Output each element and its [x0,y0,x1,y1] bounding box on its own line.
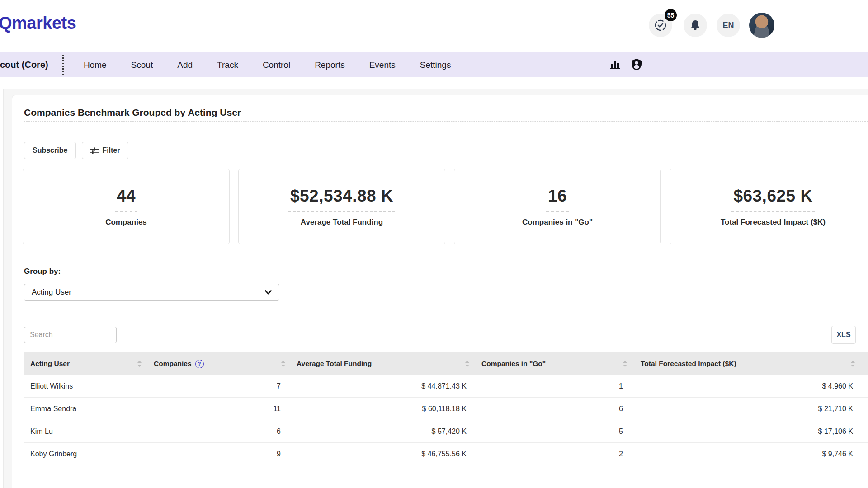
column-label: Total Forecasted Impact ($K) [641,360,736,368]
group-by-label: Group by: [24,267,868,276]
table-search-input[interactable] [24,327,117,343]
cell-acting-user: Emma Sendra [24,405,145,413]
help-icon[interactable]: ? [195,360,204,368]
admin-button[interactable] [631,58,642,71]
cell-total-forecasted-impact: $ 4,960 K [628,382,868,390]
column-header-acting-user: Acting User [24,360,145,368]
kpi-card-total-forecasted-impact: $63,625 K Total Forecasted Impact ($K) [670,169,868,244]
filter-label: Filter [102,146,120,155]
kpi-card-companies-in-go: 16 Companies in "Go" [454,169,661,244]
kpi-label: Companies in "Go" [522,218,593,227]
nav-divider [62,55,64,75]
nav-item-reports[interactable]: Reports [302,60,357,70]
table-header-row: Acting User Companies ? Average Total Fu… [24,352,868,375]
cell-total-forecasted-impact: $ 9,746 K [628,450,868,458]
nav-item-control[interactable]: Control [250,60,302,70]
kpi-label: Companies [105,218,147,227]
cell-companies: 6 [145,427,288,436]
cell-companies-in-go: 5 [470,427,628,436]
chevron-down-icon [265,290,272,295]
main-nav: cout (Core) Home Scout Add Track Control… [0,52,868,77]
cell-average-total-funding: $ 60,118.18 K [288,405,470,413]
kpi-card-companies: 44 Companies [23,169,230,244]
action-buttons: Subscribe Filter [24,142,868,159]
cell-companies-in-go: 1 [470,382,628,390]
kpi-cards: 44 Companies $52,534.88 K Average Total … [23,169,868,244]
shield-user-icon [631,58,642,71]
cell-average-total-funding: $ 46,755.56 K [288,450,470,458]
nav-item-events[interactable]: Events [357,60,408,70]
cell-acting-user: Kim Lu [24,427,145,436]
export-xls-button[interactable]: XLS [831,326,856,344]
export-xls-label: XLS [836,331,850,339]
column-label: Acting User [30,360,70,368]
report-panel: Companies Benchmark Grouped by Acting Us… [12,95,868,488]
nav-menu: Home Scout Add Track Control Reports Eve… [71,52,463,77]
nav-item-home[interactable]: Home [71,60,119,70]
kpi-card-average-total-funding: $52,534.88 K Average Total Funding [238,169,445,244]
nav-item-track[interactable]: Track [205,60,250,70]
nav-item-add[interactable]: Add [165,60,205,70]
cell-total-forecasted-impact: $ 21,710 K [628,405,868,413]
column-header-average-total-funding: Average Total Funding [288,360,470,368]
app-logo[interactable]: Qmarkets [0,14,76,33]
nav-item-settings[interactable]: Settings [408,60,463,70]
sort-icon[interactable] [851,361,855,367]
title-separator [24,121,868,122]
table-row: Koby Grinberg 9 $ 46,755.56 K 2 $ 9,746 … [24,443,868,465]
sort-icon[interactable] [465,361,469,367]
workspace-label[interactable]: cout (Core) [0,52,48,77]
notification-count-badge: 55 [665,9,677,21]
cell-companies: 11 [145,405,288,413]
cell-average-total-funding: $ 57,420 K [288,427,470,436]
subscribe-label: Subscribe [33,146,67,155]
cell-acting-user: Elliott Wilkins [24,382,145,390]
cell-companies: 7 [145,382,288,390]
cell-acting-user: Koby Grinberg [24,450,145,458]
page-title: Companies Benchmark Grouped by Acting Us… [24,107,868,118]
group-by-select[interactable]: Acting User [24,284,279,301]
column-label: Companies in "Go" [481,360,546,368]
column-label: Average Total Funding [297,360,372,368]
sort-icon[interactable] [623,361,627,367]
table-controls: XLS [24,327,856,345]
sort-icon[interactable] [281,361,285,367]
nav-item-scout[interactable]: Scout [119,60,165,70]
benchmark-table: Acting User Companies ? Average Total Fu… [24,352,868,465]
user-avatar[interactable] [749,13,774,38]
column-label: Companies [154,360,192,368]
reports-chart-button[interactable] [609,59,621,70]
left-edge-strip [0,89,4,488]
kpi-value: 16 [546,187,569,212]
subscribe-button[interactable]: Subscribe [24,142,76,159]
cell-companies-in-go: 2 [470,450,628,458]
column-header-total-forecasted-impact: Total Forecasted Impact ($K) [628,360,868,368]
cell-total-forecasted-impact: $ 17,106 K [628,427,868,436]
table-row: Kim Lu 6 $ 57,420 K 5 $ 17,106 K [24,420,868,443]
language-button[interactable]: EN [717,14,740,37]
filter-button[interactable]: Filter [82,142,128,159]
notifications-button[interactable] [684,14,707,37]
kpi-label: Average Total Funding [301,218,383,227]
sliders-icon [90,147,99,154]
column-header-companies: Companies ? [145,360,288,368]
language-label: EN [722,21,734,30]
sort-icon[interactable] [137,361,142,367]
cell-companies-in-go: 6 [470,405,628,413]
app-header: Qmarkets 55 EN [0,0,868,52]
cell-companies: 9 [145,450,288,458]
table-row: Elliott Wilkins 7 $ 44,871.43 K 1 $ 4,96… [24,375,868,398]
kpi-value: 44 [115,187,137,212]
kpi-value: $63,625 K [731,187,814,212]
group-by-value: Acting User [32,288,71,297]
bell-icon [690,19,701,31]
table-row: Emma Sendra 11 $ 60,118.18 K 6 $ 21,710 … [24,398,868,420]
kpi-value: $52,534.88 K [288,187,395,212]
clock-check-icon [654,19,667,32]
kpi-label: Total Forecasted Impact ($K) [721,218,826,227]
bar-chart-icon [609,59,621,70]
table-body: Elliott Wilkins 7 $ 44,871.43 K 1 $ 4,96… [24,375,868,465]
column-header-companies-in-go: Companies in "Go" [470,360,628,368]
cell-average-total-funding: $ 44,871.43 K [288,382,470,390]
content-area: Companies Benchmark Grouped by Acting Us… [0,77,868,488]
